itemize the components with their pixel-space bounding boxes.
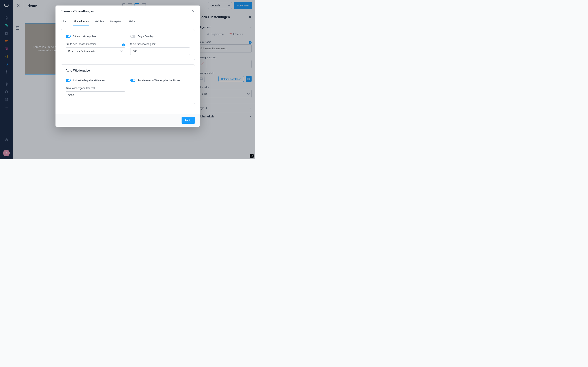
tab-navigation[interactable]: Navigation (110, 17, 122, 26)
help-icon[interactable]: ? (122, 43, 125, 46)
modal-done-button[interactable]: Fertig (182, 117, 195, 124)
settings-general-card: Slides zurückspulen Zeige Overlay Breite… (61, 29, 195, 60)
element-settings-modal: Element-Einstellungen ✕ Inhalt Einstellu… (55, 6, 200, 127)
modal-overlay: Element-Einstellungen ✕ Inhalt Einstellu… (0, 0, 255, 159)
autoplay-interval-input[interactable] (66, 91, 125, 99)
container-width-value: Breite des Seiteninhalts (68, 50, 95, 53)
tab-sizes[interactable]: Größen (95, 17, 104, 26)
rewind-label: Slides zurückspulen (73, 35, 96, 38)
container-width-label: Breite des Inhalts-Container (66, 42, 98, 45)
autoplay-pause-toggle[interactable] (130, 79, 135, 82)
container-width-select[interactable]: Breite des Seiteninhalts (66, 47, 125, 55)
tab-settings[interactable]: Einstellungen (73, 17, 89, 26)
rewind-toggle[interactable] (66, 35, 71, 38)
autoplay-interval-label: Auto-Wiedergabe Intervall (66, 87, 125, 90)
overlay-label: Zeige Overlay (138, 35, 154, 38)
autoplay-pause-label: Pausiere Auto-Wiedergabe bei Hover (138, 79, 180, 82)
slide-speed-label: Slide-Geschwindigkeit (130, 42, 190, 45)
autoplay-enable-label: Auto-Wiedergabe aktivieren (73, 79, 105, 82)
overlay-toggle[interactable] (130, 35, 135, 38)
autoplay-section-title: Auto-Wiedergabe (66, 69, 190, 72)
settings-autoplay-card: Auto-Wiedergabe Auto-Wiedergabe aktivier… (61, 64, 195, 104)
tab-arrows[interactable]: Pfeile (128, 17, 135, 26)
autoplay-enable-toggle[interactable] (66, 79, 71, 82)
tab-content[interactable]: Inhalt (61, 17, 68, 26)
modal-close-button[interactable]: ✕ (192, 9, 195, 14)
modal-title: Element-Einstellungen (61, 9, 94, 13)
slide-speed-input[interactable] (130, 47, 190, 55)
